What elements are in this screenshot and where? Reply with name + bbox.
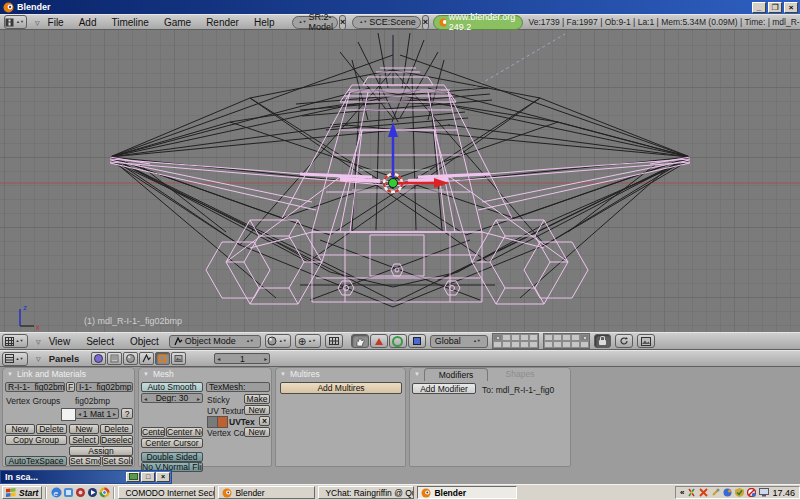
panel-collapse-icon[interactable]: ▼ [414, 371, 420, 377]
menu-select[interactable]: Select [86, 336, 114, 347]
context-page-stepper[interactable]: ◂ 1 ▸ [214, 353, 270, 364]
context-editing-button[interactable] [155, 352, 170, 365]
centre-new-button[interactable]: Center Ne [166, 427, 203, 437]
vgroup-new-button[interactable]: New [5, 424, 35, 434]
version-badge[interactable]: www.blender.org 249.2 [433, 15, 524, 30]
panel-header[interactable]: ▼Link and Materials [3, 368, 134, 380]
centre-button[interactable]: Cente [141, 427, 165, 437]
menu-game[interactable]: Game [164, 17, 191, 28]
stepper-left-icon[interactable]: ◂ [78, 410, 81, 417]
scene-selector[interactable]: ▲▼ SCE:Scene [352, 16, 420, 29]
object-datablock-field[interactable]: I-1-_fig02bmp [76, 382, 133, 392]
pivot-align-toggle[interactable] [325, 334, 343, 348]
taskbar-clock[interactable]: 17.46 [772, 488, 795, 498]
context-scene-button[interactable] [171, 352, 186, 365]
set-solid-button[interactable]: Set Solid [102, 456, 133, 466]
background-window-titlebar[interactable]: In sca... □ × [0, 470, 172, 484]
close-button[interactable]: × [784, 2, 798, 13]
set-smooth-button[interactable]: Set Smoo [69, 456, 101, 466]
task-comodo[interactable]: COMODO Internet Security [118, 486, 215, 499]
menu-timeline[interactable]: Timeline [111, 17, 148, 28]
screen-unlink-button[interactable]: × [339, 15, 346, 30]
window-titlebar[interactable]: Blender _ ❐ × [0, 0, 800, 14]
stepper-right-icon[interactable]: ▸ [197, 395, 200, 402]
restore-button[interactable]: ❐ [768, 2, 782, 13]
screen-selector[interactable]: ▲▼ SR:2-Model [292, 16, 338, 29]
stepper-left-icon[interactable]: ◂ [217, 355, 220, 362]
tray-blocked-icon[interactable] [747, 488, 756, 497]
editor-type-button[interactable]: ▲▼ [2, 334, 28, 348]
rotate-manipulator-button[interactable] [389, 334, 407, 348]
context-logic-button[interactable] [91, 352, 106, 365]
vgroup-delete-button[interactable]: Delete [36, 424, 67, 434]
add-modifier-button[interactable]: Add Modifier [412, 383, 476, 394]
layer-buttons-right[interactable] [543, 333, 590, 349]
render-ao-button[interactable] [615, 334, 633, 348]
tray-messenger-icon[interactable] [723, 488, 732, 497]
window-type-button[interactable]: ▲▼ [4, 15, 27, 29]
menu-view[interactable]: View [49, 336, 71, 347]
quick-launch-media-icon[interactable] [74, 487, 86, 499]
editor-type-button[interactable]: ▲▼ [2, 352, 28, 366]
chrome-icon[interactable] [98, 487, 110, 499]
tray-pen-icon[interactable] [711, 488, 720, 497]
collapse-triangle-icon[interactable]: ▽ [35, 19, 40, 26]
uv-texture-new-button[interactable]: New [244, 405, 270, 415]
fake-user-button[interactable]: F [66, 382, 75, 392]
menu-file[interactable]: File [48, 17, 64, 28]
centre-cursor-button[interactable]: Center Cursor [141, 438, 203, 448]
menu-add[interactable]: Add [79, 17, 97, 28]
tray-app-icon[interactable] [687, 488, 696, 497]
context-object-button[interactable] [139, 352, 154, 365]
quick-launch-player-icon[interactable] [86, 487, 98, 499]
collapse-triangle-icon[interactable]: ▽ [36, 338, 41, 345]
lock-layers-button[interactable] [594, 334, 611, 348]
deselect-button[interactable]: Deselect [100, 435, 133, 445]
task-ychat[interactable]: YChat: Raingriffin @ Qu... [318, 486, 414, 499]
tray-ychat-icon[interactable] [699, 488, 708, 497]
uvtex-image-icon[interactable] [217, 416, 228, 428]
tab-shapes[interactable]: Shapes [492, 368, 548, 380]
material-delete-button[interactable]: Delete [100, 424, 133, 434]
close-button[interactable]: × [156, 472, 170, 482]
material-help-button[interactable]: ? [121, 408, 133, 419]
stepper-right-icon[interactable]: ▸ [113, 410, 116, 417]
viewport-3d[interactable]: z x (1) mdl_R-I-1-_fig02bmp [0, 30, 800, 332]
pivot-point-button[interactable]: ⊕ ▲▼ [295, 334, 321, 348]
tray-monitor-icon[interactable] [759, 488, 769, 497]
tray-shield-icon[interactable] [735, 488, 744, 497]
panel-header[interactable]: ▼Mesh [139, 368, 271, 380]
auto-smooth-toggle[interactable]: Auto Smooth [141, 382, 203, 392]
draw-type-button[interactable]: ▲▼ [265, 334, 291, 348]
select-button[interactable]: Select [69, 435, 99, 445]
translate-manipulator-button[interactable] [370, 334, 388, 348]
context-shading-button[interactable] [123, 352, 138, 365]
task-blender-2[interactable]: Blender [417, 486, 517, 499]
layer-buttons-left[interactable] [492, 333, 539, 349]
minimize-button[interactable]: _ [752, 2, 766, 13]
stepper-right-icon[interactable]: ▸ [264, 355, 267, 362]
uvtex-delete-button[interactable]: × [259, 416, 270, 426]
copy-group-button[interactable]: Copy Group [5, 435, 67, 445]
material-color-swatch[interactable] [61, 408, 76, 421]
render-preview-button[interactable] [637, 334, 655, 348]
scale-manipulator-button[interactable] [408, 334, 426, 348]
menu-render[interactable]: Render [206, 17, 239, 28]
degrees-stepper[interactable]: ◂ Degr: 30 ▸ [141, 393, 203, 403]
mode-selector[interactable]: Object Mode ▲▼ [169, 335, 261, 348]
stepper-left-icon[interactable]: ◂ [144, 395, 147, 402]
texmesh-field[interactable]: TexMesh: [206, 382, 270, 392]
scene-unlink-button[interactable]: × [422, 15, 429, 30]
menu-object[interactable]: Object [130, 336, 159, 347]
material-stepper[interactable]: ◂ 1 Mat 1 ▸ [75, 408, 119, 419]
window-icon-button[interactable] [126, 472, 140, 482]
add-multires-button[interactable]: Add Multires [280, 382, 402, 394]
material-new-button[interactable]: New [69, 424, 99, 434]
manipulator-toggle-button[interactable] [351, 334, 369, 348]
autotexspace-toggle[interactable]: AutoTexSpace [5, 456, 67, 466]
vertex-color-new-button[interactable]: New [244, 427, 270, 437]
tray-collapse-chevron[interactable]: « [680, 488, 684, 497]
mesh-datablock-field[interactable]: R-I-1-_fig02bmp [5, 382, 65, 392]
context-script-button[interactable] [107, 352, 122, 365]
assign-button[interactable]: Assign [69, 446, 133, 456]
